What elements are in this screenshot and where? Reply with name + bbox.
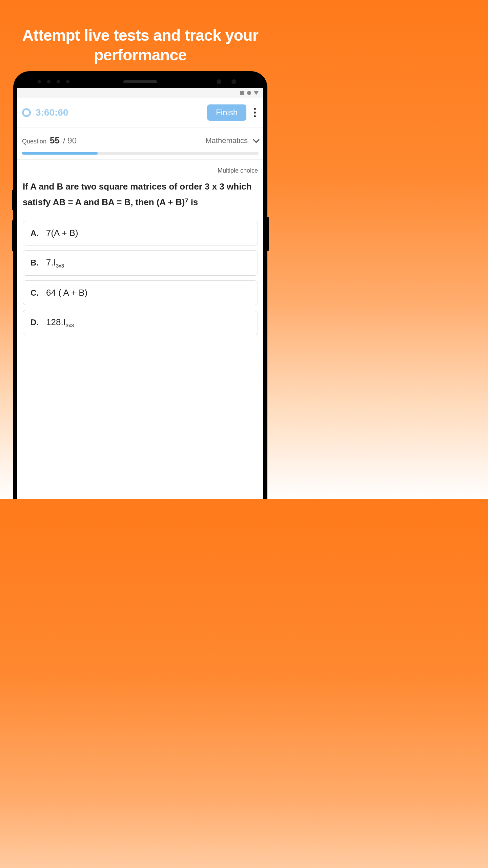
- test-header: 3:60:60 Finish: [17, 98, 263, 128]
- phone-side-button: [12, 220, 13, 251]
- status-icon: [254, 91, 259, 95]
- answer-letter: C.: [30, 288, 39, 298]
- more-menu-icon[interactable]: [251, 108, 259, 117]
- question-counter: Question 55 / 90: [22, 135, 77, 146]
- question-type: Multiple choice: [23, 167, 258, 174]
- question-text: If A and B are two square matrices of or…: [23, 179, 258, 210]
- answer-option-d[interactable]: D. 128.I3x3: [23, 310, 258, 335]
- phone-screen: 3:60:60 Finish Question 55 / 90 Math: [17, 88, 263, 499]
- question-current: 55: [50, 135, 60, 146]
- status-icon: [240, 91, 244, 95]
- phone-cameras: [217, 79, 236, 84]
- phone-mockup: 3:60:60 Finish Question 55 / 90 Math: [13, 71, 267, 499]
- answer-text: 7(A + B): [46, 228, 78, 238]
- progress-bar: [22, 152, 259, 155]
- finish-button[interactable]: Finish: [207, 104, 246, 121]
- phone-inner: 3:60:60 Finish Question 55 / 90 Math: [17, 75, 263, 499]
- question-total: / 90: [63, 136, 77, 145]
- promo-headline: Attempt live tests and track your perfor…: [0, 0, 281, 65]
- question-progress-header: Question 55 / 90 Mathematics: [17, 128, 263, 160]
- timer-value: 3:60:60: [36, 107, 202, 118]
- question-body: Multiple choice If A and B are two squar…: [17, 160, 263, 343]
- question-label: Question: [22, 138, 46, 145]
- answer-list: A. 7(A + B) B. 7.I3x3 C. 64 ( A + B) D. …: [23, 221, 258, 335]
- answer-letter: D.: [30, 318, 39, 327]
- subject-dropdown[interactable]: Mathematics: [205, 136, 259, 145]
- answer-option-b[interactable]: B. 7.I3x3: [23, 250, 258, 276]
- phone-speaker: [123, 80, 157, 83]
- answer-option-a[interactable]: A. 7(A + B): [23, 221, 258, 245]
- answer-letter: A.: [30, 229, 39, 238]
- phone-side-button: [267, 217, 269, 251]
- subject-label: Mathematics: [205, 136, 248, 145]
- progress-fill: [22, 152, 98, 155]
- answer-option-c[interactable]: C. 64 ( A + B): [23, 280, 258, 305]
- chevron-down-icon: [253, 136, 260, 143]
- phone-top-bezel: [17, 75, 263, 88]
- timer-icon: [22, 108, 31, 117]
- phone-side-button: [12, 190, 13, 210]
- phone-sensors: [38, 80, 69, 83]
- status-icon: [247, 91, 251, 95]
- answer-text: 64 ( A + B): [46, 288, 87, 298]
- status-bar: [17, 88, 263, 98]
- answer-text: 128.I3x3: [46, 317, 74, 328]
- answer-letter: B.: [30, 258, 39, 268]
- answer-text: 7.I3x3: [46, 257, 64, 269]
